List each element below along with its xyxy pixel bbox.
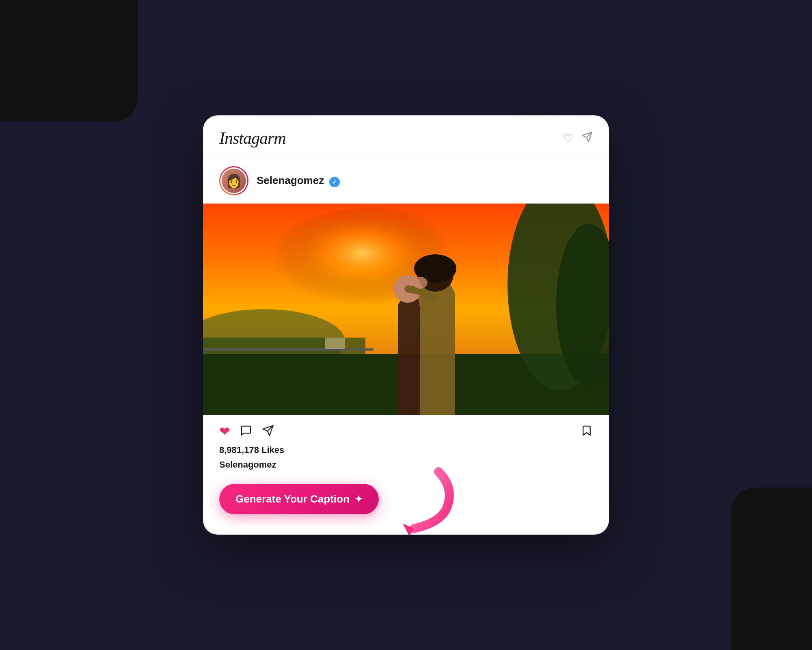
comment-button[interactable]	[240, 425, 252, 438]
sunset-background	[203, 204, 609, 415]
share-button[interactable]	[262, 425, 274, 438]
verified-check-icon: ✓	[332, 179, 337, 185]
header-icons: ♡	[563, 131, 593, 145]
left-actions: ❤	[219, 424, 274, 439]
woman-head	[378, 276, 399, 297]
send-icon[interactable]	[581, 131, 593, 145]
avatar-container[interactable]: 👩	[219, 166, 248, 195]
couple-figures	[341, 236, 471, 415]
cta-area: Generate Your Caption ✦	[203, 480, 609, 535]
button-label: Generate Your Caption	[235, 493, 350, 505]
caption-username: Selenagomez	[203, 459, 609, 480]
actions-bar: ❤	[203, 415, 609, 445]
bookmark-button[interactable]	[581, 425, 593, 438]
figure-man	[406, 236, 463, 415]
profile-info: Selenagomez ✓	[257, 174, 340, 188]
man-body	[416, 277, 449, 415]
instagram-card: Instagarm ♡ 👩 Selenagomez ✓	[203, 115, 609, 535]
avatar-face: 👩	[222, 169, 246, 193]
like-button[interactable]: ❤	[219, 424, 230, 439]
card-header: Instagarm ♡	[203, 115, 609, 158]
woman-body	[374, 293, 402, 415]
post-image	[203, 204, 609, 415]
profile-username[interactable]: Selenagomez	[257, 174, 324, 186]
verified-badge: ✓	[329, 177, 340, 187]
likes-count: 8,981,178 Likes	[203, 445, 609, 459]
avatar: 👩	[220, 167, 247, 194]
sparkle-icon: ✦	[354, 494, 363, 505]
app-logo: Instagarm	[219, 128, 286, 148]
corner-decoration-tl	[0, 0, 138, 122]
man-head	[414, 248, 447, 281]
profile-row: 👩 Selenagomez ✓	[203, 158, 609, 204]
generate-caption-button[interactable]: Generate Your Caption ✦	[219, 484, 379, 514]
corner-decoration-br	[731, 488, 812, 650]
heart-icon[interactable]: ♡	[563, 132, 573, 145]
